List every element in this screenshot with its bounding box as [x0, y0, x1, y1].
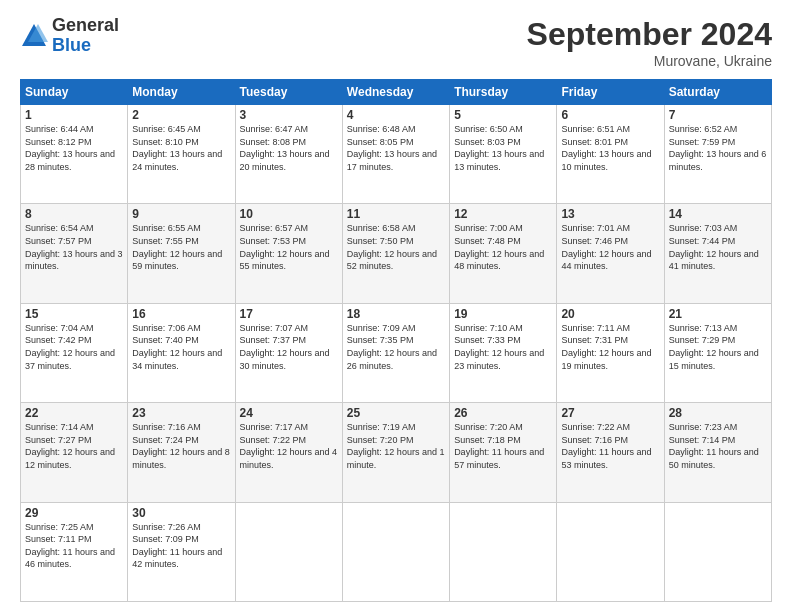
table-row: 18Sunrise: 7:09 AMSunset: 7:35 PMDayligh… [342, 303, 449, 402]
day-info: Sunrise: 7:20 AMSunset: 7:18 PMDaylight:… [454, 421, 552, 471]
day-number: 24 [240, 406, 338, 420]
day-number: 18 [347, 307, 445, 321]
table-row: 9Sunrise: 6:55 AMSunset: 7:55 PMDaylight… [128, 204, 235, 303]
day-number: 3 [240, 108, 338, 122]
day-info: Sunrise: 7:09 AMSunset: 7:35 PMDaylight:… [347, 322, 445, 372]
table-row [664, 502, 771, 601]
table-row: 1Sunrise: 6:44 AMSunset: 8:12 PMDaylight… [21, 105, 128, 204]
day-info: Sunrise: 6:44 AMSunset: 8:12 PMDaylight:… [25, 123, 123, 173]
day-number: 10 [240, 207, 338, 221]
day-info: Sunrise: 6:54 AMSunset: 7:57 PMDaylight:… [25, 222, 123, 272]
logo: General Blue [20, 16, 119, 56]
day-info: Sunrise: 6:52 AMSunset: 7:59 PMDaylight:… [669, 123, 767, 173]
location: Murovane, Ukraine [527, 53, 772, 69]
table-row: 11Sunrise: 6:58 AMSunset: 7:50 PMDayligh… [342, 204, 449, 303]
day-info: Sunrise: 7:10 AMSunset: 7:33 PMDaylight:… [454, 322, 552, 372]
col-friday: Friday [557, 80, 664, 105]
day-info: Sunrise: 7:23 AMSunset: 7:14 PMDaylight:… [669, 421, 767, 471]
day-info: Sunrise: 6:48 AMSunset: 8:05 PMDaylight:… [347, 123, 445, 173]
day-number: 7 [669, 108, 767, 122]
col-thursday: Thursday [450, 80, 557, 105]
day-info: Sunrise: 7:00 AMSunset: 7:48 PMDaylight:… [454, 222, 552, 272]
table-row: 6Sunrise: 6:51 AMSunset: 8:01 PMDaylight… [557, 105, 664, 204]
day-number: 1 [25, 108, 123, 122]
table-row [235, 502, 342, 601]
table-row: 7Sunrise: 6:52 AMSunset: 7:59 PMDaylight… [664, 105, 771, 204]
day-info: Sunrise: 6:57 AMSunset: 7:53 PMDaylight:… [240, 222, 338, 272]
day-number: 27 [561, 406, 659, 420]
day-info: Sunrise: 7:19 AMSunset: 7:20 PMDaylight:… [347, 421, 445, 471]
table-row: 4Sunrise: 6:48 AMSunset: 8:05 PMDaylight… [342, 105, 449, 204]
day-number: 8 [25, 207, 123, 221]
header: General Blue September 2024 Murovane, Uk… [20, 16, 772, 69]
table-row: 26Sunrise: 7:20 AMSunset: 7:18 PMDayligh… [450, 403, 557, 502]
day-number: 5 [454, 108, 552, 122]
day-number: 16 [132, 307, 230, 321]
day-number: 11 [347, 207, 445, 221]
day-number: 12 [454, 207, 552, 221]
table-row: 10Sunrise: 6:57 AMSunset: 7:53 PMDayligh… [235, 204, 342, 303]
logo-general: General [52, 16, 119, 36]
title-block: September 2024 Murovane, Ukraine [527, 16, 772, 69]
table-row: 22Sunrise: 7:14 AMSunset: 7:27 PMDayligh… [21, 403, 128, 502]
table-row: 19Sunrise: 7:10 AMSunset: 7:33 PMDayligh… [450, 303, 557, 402]
day-info: Sunrise: 7:25 AMSunset: 7:11 PMDaylight:… [25, 521, 123, 571]
table-row: 15Sunrise: 7:04 AMSunset: 7:42 PMDayligh… [21, 303, 128, 402]
header-row: Sunday Monday Tuesday Wednesday Thursday… [21, 80, 772, 105]
day-number: 2 [132, 108, 230, 122]
table-row: 12Sunrise: 7:00 AMSunset: 7:48 PMDayligh… [450, 204, 557, 303]
table-row: 30Sunrise: 7:26 AMSunset: 7:09 PMDayligh… [128, 502, 235, 601]
day-info: Sunrise: 7:11 AMSunset: 7:31 PMDaylight:… [561, 322, 659, 372]
col-sunday: Sunday [21, 80, 128, 105]
calendar-week-3: 22Sunrise: 7:14 AMSunset: 7:27 PMDayligh… [21, 403, 772, 502]
day-number: 23 [132, 406, 230, 420]
day-info: Sunrise: 7:16 AMSunset: 7:24 PMDaylight:… [132, 421, 230, 471]
table-row [557, 502, 664, 601]
day-number: 29 [25, 506, 123, 520]
day-info: Sunrise: 7:01 AMSunset: 7:46 PMDaylight:… [561, 222, 659, 272]
table-row: 16Sunrise: 7:06 AMSunset: 7:40 PMDayligh… [128, 303, 235, 402]
table-row: 28Sunrise: 7:23 AMSunset: 7:14 PMDayligh… [664, 403, 771, 502]
table-row: 23Sunrise: 7:16 AMSunset: 7:24 PMDayligh… [128, 403, 235, 502]
table-row: 20Sunrise: 7:11 AMSunset: 7:31 PMDayligh… [557, 303, 664, 402]
table-row: 3Sunrise: 6:47 AMSunset: 8:08 PMDaylight… [235, 105, 342, 204]
day-number: 22 [25, 406, 123, 420]
day-number: 19 [454, 307, 552, 321]
logo-text: General Blue [52, 16, 119, 56]
table-row: 14Sunrise: 7:03 AMSunset: 7:44 PMDayligh… [664, 204, 771, 303]
table-row: 2Sunrise: 6:45 AMSunset: 8:10 PMDaylight… [128, 105, 235, 204]
day-number: 26 [454, 406, 552, 420]
day-number: 6 [561, 108, 659, 122]
calendar-table: Sunday Monday Tuesday Wednesday Thursday… [20, 79, 772, 602]
day-info: Sunrise: 7:17 AMSunset: 7:22 PMDaylight:… [240, 421, 338, 471]
day-number: 28 [669, 406, 767, 420]
day-info: Sunrise: 7:26 AMSunset: 7:09 PMDaylight:… [132, 521, 230, 571]
col-wednesday: Wednesday [342, 80, 449, 105]
table-row: 8Sunrise: 6:54 AMSunset: 7:57 PMDaylight… [21, 204, 128, 303]
day-info: Sunrise: 6:51 AMSunset: 8:01 PMDaylight:… [561, 123, 659, 173]
day-number: 13 [561, 207, 659, 221]
logo-icon [20, 22, 48, 50]
col-tuesday: Tuesday [235, 80, 342, 105]
calendar-week-1: 8Sunrise: 6:54 AMSunset: 7:57 PMDaylight… [21, 204, 772, 303]
table-row: 5Sunrise: 6:50 AMSunset: 8:03 PMDaylight… [450, 105, 557, 204]
day-info: Sunrise: 6:47 AMSunset: 8:08 PMDaylight:… [240, 123, 338, 173]
table-row: 24Sunrise: 7:17 AMSunset: 7:22 PMDayligh… [235, 403, 342, 502]
day-info: Sunrise: 7:06 AMSunset: 7:40 PMDaylight:… [132, 322, 230, 372]
day-info: Sunrise: 6:45 AMSunset: 8:10 PMDaylight:… [132, 123, 230, 173]
table-row: 27Sunrise: 7:22 AMSunset: 7:16 PMDayligh… [557, 403, 664, 502]
day-info: Sunrise: 7:03 AMSunset: 7:44 PMDaylight:… [669, 222, 767, 272]
calendar-week-2: 15Sunrise: 7:04 AMSunset: 7:42 PMDayligh… [21, 303, 772, 402]
day-number: 4 [347, 108, 445, 122]
calendar-week-0: 1Sunrise: 6:44 AMSunset: 8:12 PMDaylight… [21, 105, 772, 204]
table-row: 29Sunrise: 7:25 AMSunset: 7:11 PMDayligh… [21, 502, 128, 601]
logo-blue: Blue [52, 36, 119, 56]
day-number: 15 [25, 307, 123, 321]
day-number: 9 [132, 207, 230, 221]
day-info: Sunrise: 7:13 AMSunset: 7:29 PMDaylight:… [669, 322, 767, 372]
day-number: 17 [240, 307, 338, 321]
month-title: September 2024 [527, 16, 772, 53]
col-saturday: Saturday [664, 80, 771, 105]
day-info: Sunrise: 6:50 AMSunset: 8:03 PMDaylight:… [454, 123, 552, 173]
table-row: 13Sunrise: 7:01 AMSunset: 7:46 PMDayligh… [557, 204, 664, 303]
